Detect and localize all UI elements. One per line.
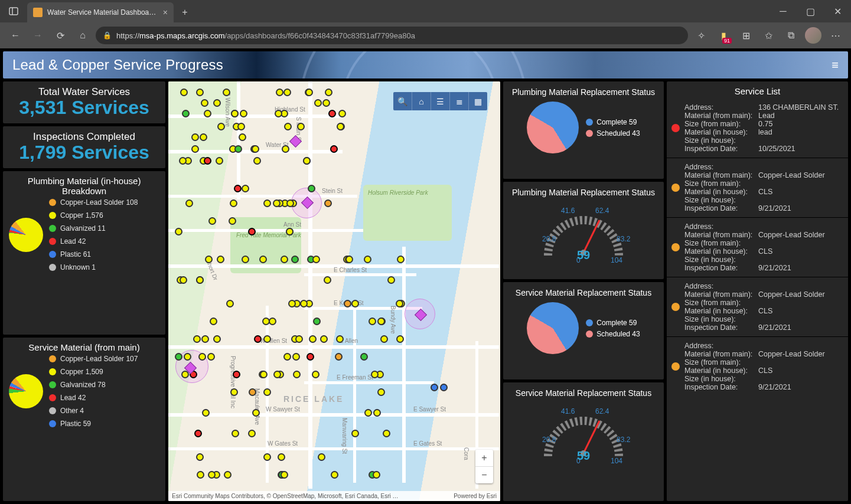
map-point[interactable] <box>336 335 344 343</box>
map-point[interactable] <box>440 384 448 391</box>
map-point[interactable] <box>364 409 372 417</box>
map-point[interactable] <box>387 276 395 284</box>
map-point[interactable] <box>303 157 311 165</box>
map-point[interactable] <box>180 89 188 96</box>
map-point[interactable] <box>201 99 208 107</box>
map-point[interactable] <box>364 256 371 263</box>
map-point[interactable] <box>217 256 224 263</box>
collections-icon[interactable]: ⧉ <box>781 26 800 45</box>
map-point[interactable] <box>175 228 182 235</box>
map-point[interactable] <box>286 199 294 207</box>
map-basemap-button[interactable]: ▦ <box>468 92 487 110</box>
map-point[interactable] <box>431 384 438 391</box>
map-point[interactable] <box>263 199 271 207</box>
map-point[interactable] <box>193 335 201 343</box>
map-point[interactable] <box>233 371 240 378</box>
map-point[interactable] <box>338 110 346 117</box>
map-point[interactable] <box>194 430 202 437</box>
map-point[interactable] <box>373 409 381 417</box>
browser-tab[interactable]: Water Service Material Dashboa… × <box>27 2 174 22</box>
map-point[interactable] <box>191 133 199 141</box>
map-point[interactable] <box>202 409 210 417</box>
map-point[interactable] <box>292 353 300 361</box>
map-point[interactable] <box>330 145 338 153</box>
shopping-icon[interactable]: ✧ <box>692 26 710 45</box>
map-point[interactable] <box>196 453 204 461</box>
map-point[interactable] <box>226 300 234 307</box>
map-point[interactable] <box>396 300 403 307</box>
map-point[interactable] <box>269 318 276 325</box>
map-point[interactable] <box>278 453 285 461</box>
map-point[interactable] <box>196 276 204 284</box>
map-point[interactable] <box>248 228 256 235</box>
map-point[interactable] <box>313 318 321 325</box>
map-point[interactable] <box>318 453 325 461</box>
map-point[interactable] <box>230 388 238 396</box>
map-point[interactable] <box>204 110 211 117</box>
forward-button[interactable]: → <box>28 26 47 45</box>
more-button[interactable]: ⋯ <box>826 26 845 45</box>
map-point[interactable] <box>335 353 343 361</box>
service-list-item[interactable]: Address:136 CHAMBERLAIN ST.Material (fro… <box>667 99 848 158</box>
map-point[interactable] <box>360 353 368 361</box>
map-point[interactable] <box>179 157 187 165</box>
map-point[interactable] <box>207 353 215 361</box>
map-point[interactable] <box>383 430 390 437</box>
map-point[interactable] <box>312 371 319 378</box>
map-point[interactable] <box>231 110 239 117</box>
close-tab-icon[interactable]: × <box>163 8 168 17</box>
map-layers-button[interactable]: ≣ <box>449 92 468 110</box>
map-point[interactable] <box>263 335 271 343</box>
map-point[interactable] <box>237 123 245 130</box>
map-point[interactable] <box>273 371 281 378</box>
favorites-button[interactable]: ✩ <box>759 26 778 45</box>
back-button[interactable]: ← <box>6 26 25 45</box>
map-search-button[interactable]: 🔍 <box>393 92 412 110</box>
map-point[interactable] <box>252 145 259 153</box>
map-point[interactable] <box>345 256 353 263</box>
service-list[interactable]: Address:136 CHAMBERLAIN ST.Material (fro… <box>667 99 848 501</box>
map[interactable]: Highland St Water St Stein St Ann St E C… <box>168 81 500 501</box>
map-point[interactable] <box>229 217 236 225</box>
map-point[interactable] <box>283 353 291 361</box>
map-point[interactable] <box>185 199 193 207</box>
map-point[interactable] <box>377 388 385 396</box>
map-point[interactable] <box>204 157 211 165</box>
map-point[interactable] <box>210 318 217 325</box>
window-minimize-button[interactable]: ─ <box>770 0 797 22</box>
map-point[interactable] <box>197 471 204 479</box>
map-point[interactable] <box>281 256 288 263</box>
map-point[interactable] <box>213 99 221 107</box>
window-close-button[interactable]: ✕ <box>824 0 851 22</box>
window-maximize-button[interactable]: ▢ <box>797 0 824 22</box>
map-point[interactable] <box>309 335 317 343</box>
refresh-button[interactable]: ⟳ <box>51 26 70 45</box>
map-point[interactable] <box>337 123 344 130</box>
profile-avatar[interactable] <box>805 27 821 44</box>
map-point[interactable] <box>396 335 404 343</box>
service-list-item[interactable]: Address:Material (from main):Copper-Lead… <box>667 336 848 396</box>
map-point[interactable] <box>240 110 247 117</box>
map-point[interactable] <box>205 256 213 263</box>
map-point[interactable] <box>175 353 182 361</box>
map-point[interactable] <box>325 89 332 96</box>
service-list-item[interactable]: Address:Material (from main):Copper-Lead… <box>667 158 848 217</box>
zoom-in-button[interactable]: + <box>475 450 493 467</box>
map-point[interactable] <box>234 145 242 153</box>
map-point[interactable] <box>293 371 301 378</box>
map-point[interactable] <box>232 430 239 437</box>
url-input[interactable]: 🔒 https://msa-ps.maps.arcgis.com/apps/da… <box>96 27 688 44</box>
tabs-button[interactable] <box>0 0 27 22</box>
home-button[interactable]: ⌂ <box>73 26 92 45</box>
service-list-item[interactable]: Address:Material (from main):Copper-Lead… <box>667 277 848 336</box>
map-point[interactable] <box>283 89 291 96</box>
map-point[interactable] <box>324 199 332 207</box>
map-point[interactable] <box>344 300 351 307</box>
map-point[interactable] <box>263 453 271 461</box>
collections-button[interactable]: ▮91 <box>714 26 733 45</box>
map-point[interactable] <box>276 89 283 96</box>
map-legend-button[interactable]: ☰ <box>431 92 449 110</box>
service-list-item[interactable]: Address:Material (from main):Copper-Lead… <box>667 217 848 277</box>
extensions-button[interactable]: ⊞ <box>736 26 755 45</box>
dashboard-menu-button[interactable]: ≡ <box>832 58 839 72</box>
